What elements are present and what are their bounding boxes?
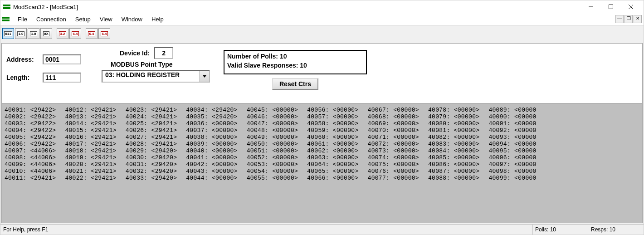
app-window: ModScan32 - [ModSca1] File Connection Se… [0, 0, 644, 235]
workspace: Address: Length: Device Id: MODBUS Point… [0, 42, 644, 224]
reset-counters-button[interactable]: Reset Ctrs [272, 78, 318, 90]
status-resps: Resps: 10 [588, 225, 644, 235]
window-title: ModScan32 - [ModSca1] [13, 4, 78, 10]
register-column: 40023: <29421> 40024: <29421> 40025: <29… [126, 107, 177, 181]
menu-help[interactable]: Help [147, 15, 168, 24]
svg-rect-1 [609, 5, 613, 9]
device-id-label: Device Id: [120, 49, 150, 57]
register-column: 40034: <29420> 40035: <29420> 40036: <00… [186, 107, 237, 181]
document-icon[interactable] [2, 17, 10, 21]
mdi-minimize-button[interactable]: — [615, 15, 624, 23]
register-column: 40056: <00000> 40057: <00000> 40058: <00… [307, 107, 358, 181]
toolbar-btn-3[interactable]: 1.0 [28, 28, 39, 39]
status-bar: For Help, press F1 Polls: 10 Resps: 10 [0, 224, 644, 235]
length-label: Length: [6, 74, 43, 81]
title-bar: ModScan32 - [ModSca1] [0, 0, 644, 13]
toolbar-badge: 0X [43, 31, 49, 36]
menu-file[interactable]: File [13, 15, 32, 24]
address-input[interactable] [43, 54, 81, 64]
toolbar-badge: 1.0 [30, 31, 37, 36]
polls-line: Number of Polls: 10 [227, 52, 363, 61]
window-maximize-button[interactable] [601, 0, 621, 13]
pointtype-value: 03: HOLDING REGISTER [102, 71, 200, 82]
menu-window[interactable]: Window [117, 15, 147, 24]
toolbar-badge: 6.4 [101, 31, 107, 36]
length-input[interactable] [43, 73, 81, 83]
register-grid[interactable]: 40001: <29422> 40002: <29422> 40003: <29… [2, 103, 642, 223]
app-icon [3, 5, 10, 9]
window-minimize-button[interactable] [581, 0, 601, 13]
stats-box: Number of Polls: 10 Valid Slave Response… [224, 50, 367, 74]
toolbar-btn-5[interactable]: 3.2 [57, 28, 68, 39]
register-column: 40067: <00000> 40068: <00000> 40069: <00… [368, 107, 419, 181]
register-column: 40045: <00000> 40046: <00000> 40047: <00… [247, 107, 298, 181]
chevron-down-icon [200, 71, 209, 82]
toolbar-btn-8[interactable]: 6.4 [98, 28, 110, 39]
toolbar-btn-2[interactable]: 1.0 [15, 28, 27, 39]
device-id-input[interactable] [154, 47, 173, 59]
toolbar-badge: 011 [4, 31, 12, 36]
window-close-button[interactable] [621, 0, 641, 13]
menu-bar: File Connection Setup View Window Help —… [0, 13, 644, 25]
register-column: 40001: <29422> 40002: <29422> 40003: <29… [5, 107, 56, 181]
menu-connection[interactable]: Connection [32, 15, 71, 24]
toolbar-badge: 3.2 [59, 31, 66, 36]
address-label: Address: [6, 56, 43, 63]
register-column: 40012: <29421> 40013: <29421> 40014: <29… [65, 107, 116, 181]
toolbar-badge: 6.4 [72, 31, 78, 36]
toolbar-badge: 6.4 [88, 31, 95, 36]
toolbar-badge: 1.0 [17, 31, 24, 36]
mdi-restore-button[interactable]: ❐ [624, 15, 633, 23]
toolbar-btn-7[interactable]: 6.4 [86, 28, 98, 39]
toolbar: 011 1.0 1.0 0X 3.2 6.4 6.4 6.4 [0, 25, 644, 42]
register-column: 40089: <00000 40090: <00000 40091: <0000… [488, 107, 536, 181]
pointtype-select[interactable]: 03: HOLDING REGISTER [102, 70, 210, 83]
form-panel: Address: Length: Device Id: MODBUS Point… [2, 44, 642, 103]
mdi-close-button[interactable]: ✕ [634, 15, 642, 23]
valid-line: Valid Slave Responses: 10 [227, 61, 363, 70]
toolbar-btn-4[interactable]: 0X [40, 28, 52, 39]
document-window: Address: Length: Device Id: MODBUS Point… [1, 43, 643, 223]
toolbar-btn-6[interactable]: 6.4 [69, 28, 81, 39]
menu-setup[interactable]: Setup [71, 15, 95, 24]
pointtype-label: MODBUS Point Type [111, 61, 210, 68]
register-column: 40078: <00000> 40079: <00000> 40080: <00… [428, 107, 479, 181]
menu-view[interactable]: View [95, 15, 117, 24]
toolbar-btn-1[interactable]: 011 [2, 28, 14, 39]
status-polls: Polls: 10 [532, 225, 588, 235]
status-hint: For Help, press F1 [0, 226, 532, 233]
